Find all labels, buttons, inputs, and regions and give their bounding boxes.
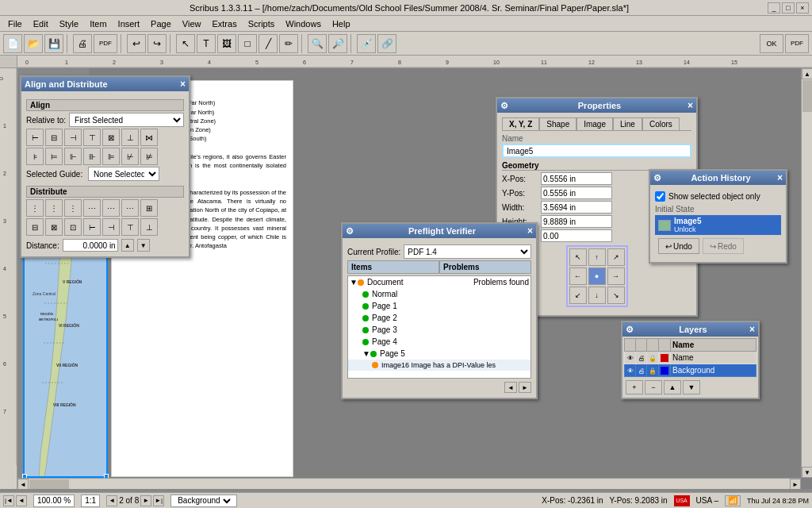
width-input[interactable] <box>541 201 612 214</box>
transform-tr[interactable]: ↗ <box>607 248 625 266</box>
redo-toolbar-button[interactable]: ↪ <box>147 34 167 53</box>
transform-ml[interactable]: ← <box>569 267 587 285</box>
align-left-center[interactable]: ⊟ <box>45 129 63 146</box>
transform-bc[interactable]: ↓ <box>588 287 606 304</box>
new-button[interactable]: 📄 <box>3 34 22 53</box>
lock-name[interactable]: 🔒 <box>647 352 659 364</box>
dist-center-v[interactable]: ⋮ <box>45 199 63 217</box>
menu-scripts[interactable]: Scripts <box>243 17 280 30</box>
layer-delete[interactable]: − <box>645 380 662 394</box>
eye-bg[interactable]: 👁 <box>625 364 636 377</box>
properties-panel-header[interactable]: ⚙ Properties × <box>497 98 696 113</box>
open-button[interactable]: 📂 <box>24 34 43 53</box>
menu-file[interactable]: File <box>3 17 27 30</box>
scroll-up-button[interactable]: ▲ <box>802 68 812 79</box>
menu-page[interactable]: Page <box>146 17 176 30</box>
tab-colors[interactable]: Colors <box>642 117 680 130</box>
pen-tool[interactable]: ✏ <box>279 34 298 53</box>
tree-document-row[interactable]: ▼ Document Problems found <box>348 276 530 288</box>
align-spread-top[interactable]: ⊪ <box>83 148 101 165</box>
undo-toolbar-button[interactable]: ↩ <box>127 34 146 53</box>
relative-select[interactable]: First Selected <box>69 113 184 127</box>
maximize-button[interactable]: □ <box>782 2 795 13</box>
tree-page5-row[interactable]: ▼ Page 5 <box>348 348 530 360</box>
zoom-in-button[interactable]: 🔎 <box>328 34 347 53</box>
ok-button[interactable]: OK <box>760 34 783 53</box>
align-spread-center[interactable]: ⊨ <box>45 148 63 165</box>
print-bg[interactable]: 🖨 <box>636 364 647 377</box>
window-controls[interactable]: _ □ × <box>768 2 809 13</box>
redo-button[interactable]: ↪ Redo <box>703 238 744 254</box>
preflight-panel-header[interactable]: ⚙ Preflight Verifier × <box>343 224 536 238</box>
line-tool[interactable]: ╱ <box>259 34 278 53</box>
align-panel-close[interactable]: × <box>180 79 186 89</box>
align-top-edge[interactable]: ⊤ <box>83 129 101 146</box>
menu-view[interactable]: View <box>178 17 206 30</box>
lock-bg[interactable]: 🔒 <box>647 364 659 377</box>
dist2-2[interactable]: ⊠ <box>45 218 63 236</box>
align-left-edge[interactable]: ⊢ <box>26 129 44 146</box>
pdf-export-button[interactable]: PDF <box>785 34 809 53</box>
undo-button[interactable]: ↩ Undo <box>658 238 699 254</box>
scroll-down-button[interactable]: ▼ <box>802 467 812 478</box>
transform-mc[interactable]: ● <box>588 267 606 285</box>
pdf-button[interactable]: PDF <box>94 34 117 53</box>
tree-page4-row[interactable]: Page 4 <box>348 336 530 348</box>
layer-up[interactable]: ▲ <box>664 380 681 394</box>
menu-style[interactable]: Style <box>55 17 83 30</box>
scrollbar-vertical[interactable]: ▲ ▼ <box>801 68 812 478</box>
layer-row-name[interactable]: 👁 🖨 🔒 Name <box>625 352 756 364</box>
eye-name[interactable]: 👁 <box>625 352 636 364</box>
tree-page2-row[interactable]: Page 2 <box>348 312 530 324</box>
distance-up[interactable]: ▲ <box>121 239 134 252</box>
align-panel-header[interactable]: Align and Distribute × <box>21 77 189 91</box>
scroll-thumb-v[interactable] <box>802 80 812 112</box>
name-input[interactable] <box>502 144 691 158</box>
distance-input[interactable] <box>63 239 118 252</box>
dist2-3[interactable]: ⊡ <box>64 218 82 236</box>
align-spread-left[interactable]: ⊧ <box>26 148 44 165</box>
shape-tool[interactable]: □ <box>238 34 257 53</box>
layer-row-background[interactable]: 👁 🖨 🔒 Background <box>625 364 756 377</box>
dist2-4[interactable]: ⊢ <box>83 218 101 236</box>
transform-tl[interactable]: ↖ <box>569 248 587 266</box>
layer-add[interactable]: + <box>626 380 643 394</box>
tab-line[interactable]: Line <box>613 117 642 130</box>
scroll-thumb-h[interactable] <box>29 479 69 489</box>
menu-edit[interactable]: Edit <box>29 17 53 30</box>
layer-select[interactable]: Background <box>174 495 233 506</box>
show-selected-checkbox[interactable] <box>655 191 665 202</box>
dist-top[interactable]: ⋯ <box>83 199 101 217</box>
history-panel-header[interactable]: ⚙ Action History × <box>650 171 786 185</box>
align-center-h[interactable]: ⊠ <box>102 129 120 146</box>
align-spread-bottom[interactable]: ⊬ <box>121 148 139 165</box>
menu-insert[interactable]: Insert <box>113 17 145 30</box>
eyedrop-button[interactable]: 💉 <box>357 34 376 53</box>
tab-image[interactable]: Image <box>576 117 613 130</box>
selected-guide-select[interactable]: None Selected <box>88 167 159 181</box>
last-page[interactable]: ►| <box>153 495 164 506</box>
tree-page1-row[interactable]: Page 1 <box>348 300 530 312</box>
scroll-right-button[interactable]: ► <box>790 479 801 489</box>
transform-bl[interactable]: ↙ <box>569 287 587 304</box>
tree-page3-row[interactable]: Page 3 <box>348 324 530 336</box>
dist-bottom[interactable]: ⋯ <box>121 199 139 217</box>
transform-tc[interactable]: ↑ <box>588 248 606 266</box>
tab-xyz[interactable]: X, Y, Z <box>502 117 539 130</box>
link-button[interactable]: 🔗 <box>377 34 396 53</box>
scrollbar-horizontal[interactable]: ◄ ► <box>17 478 801 489</box>
align-spread-mid[interactable]: ⊫ <box>102 148 120 165</box>
dist-right[interactable]: ⋮ <box>64 199 82 217</box>
align-spread-pg[interactable]: ⊭ <box>140 148 158 165</box>
align-spread-right[interactable]: ⊩ <box>64 148 82 165</box>
ypos-input[interactable] <box>541 187 612 199</box>
preflight-nav-left[interactable]: ◄ <box>504 382 517 393</box>
tree-normal-row[interactable]: Normal <box>348 288 530 300</box>
layers-panel-header[interactable]: ⚙ Layers × <box>622 322 758 337</box>
distance-down[interactable]: ▼ <box>137 239 150 252</box>
properties-panel-close[interactable]: × <box>688 101 693 110</box>
history-panel-close[interactable]: × <box>777 173 783 183</box>
height-input[interactable] <box>541 215 612 228</box>
menu-windows[interactable]: Windows <box>281 17 326 30</box>
close-button[interactable]: × <box>796 2 809 13</box>
